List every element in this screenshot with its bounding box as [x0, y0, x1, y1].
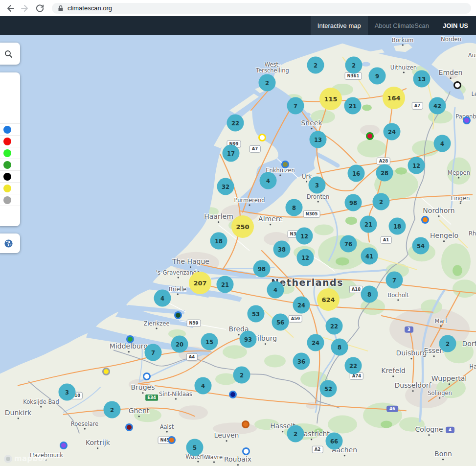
- legend-item-blue[interactable]: [0, 123, 20, 135]
- cluster-marker[interactable]: 8: [286, 199, 303, 216]
- cluster-marker[interactable]: 38: [273, 241, 291, 258]
- cluster-marker[interactable]: 32: [217, 178, 234, 195]
- point-marker[interactable]: [453, 81, 461, 89]
- nav-item-join-us[interactable]: JOIN US: [436, 16, 475, 35]
- browser-toolbar: climatescan.org: [0, 0, 476, 16]
- cluster-marker[interactable]: 54: [412, 237, 430, 255]
- cluster-marker[interactable]: 250: [231, 215, 254, 238]
- browser-back-button[interactable]: [4, 2, 17, 15]
- browser-forward-button[interactable]: [19, 2, 31, 15]
- cluster-marker[interactable]: 2: [287, 425, 304, 443]
- cluster-marker[interactable]: 207: [189, 272, 211, 294]
- point-marker[interactable]: [174, 311, 182, 319]
- basemap-toggle-panel[interactable]: [0, 233, 20, 253]
- legend-item-bright-green[interactable]: [0, 147, 20, 159]
- cluster-marker[interactable]: 5: [186, 439, 204, 456]
- cluster-marker[interactable]: 16: [348, 165, 365, 182]
- cluster-marker[interactable]: 13: [310, 131, 327, 148]
- cluster-marker[interactable]: 2: [373, 193, 390, 210]
- cluster-marker[interactable]: 98: [253, 260, 271, 278]
- cluster-marker[interactable]: 2: [307, 57, 324, 74]
- browser-reload-button[interactable]: [33, 2, 46, 15]
- cluster-marker[interactable]: 115: [319, 88, 342, 110]
- cluster-marker[interactable]: 12: [297, 249, 314, 266]
- cluster-marker[interactable]: 3: [309, 177, 326, 194]
- nav-item-interactive-map[interactable]: Interactive map: [311, 16, 368, 35]
- point-marker[interactable]: [126, 335, 134, 343]
- cluster-marker[interactable]: 4: [260, 172, 277, 189]
- cluster-marker[interactable]: 164: [383, 87, 405, 109]
- cluster-marker[interactable]: 76: [340, 235, 357, 253]
- legend-item-black[interactable]: [0, 170, 20, 182]
- cluster-marker[interactable]: 624: [317, 288, 340, 311]
- cluster-marker[interactable]: 17: [223, 145, 240, 162]
- cluster-marker[interactable]: 9: [369, 68, 386, 85]
- point-marker[interactable]: [229, 391, 237, 398]
- cluster-marker[interactable]: 18: [389, 218, 406, 235]
- cluster-marker[interactable]: 21: [217, 276, 234, 293]
- cluster-marker[interactable]: 3: [59, 384, 76, 401]
- cluster-marker[interactable]: 22: [227, 115, 244, 132]
- cluster-marker[interactable]: 7: [287, 97, 304, 115]
- cluster-marker[interactable]: 7: [145, 344, 162, 361]
- cluster-marker[interactable]: 4: [195, 377, 212, 395]
- cluster-marker[interactable]: 12: [408, 157, 425, 174]
- cluster-marker[interactable]: 2: [345, 57, 363, 74]
- point-marker[interactable]: [242, 420, 249, 428]
- cluster-marker[interactable]: 15: [201, 333, 218, 350]
- cluster-marker[interactable]: 21: [360, 216, 377, 233]
- cluster-marker[interactable]: 21: [344, 97, 362, 115]
- cluster-marker[interactable]: 2: [259, 74, 276, 92]
- legend-item-red[interactable]: [0, 135, 20, 147]
- nav-item-about-climatescan[interactable]: About ClimateScan: [368, 16, 436, 35]
- cluster-marker[interactable]: 98: [345, 194, 362, 211]
- cluster-marker[interactable]: 7: [386, 272, 403, 289]
- point-marker[interactable]: [242, 447, 250, 455]
- point-marker[interactable]: [125, 423, 133, 431]
- point-marker[interactable]: [258, 134, 266, 141]
- point-marker[interactable]: [143, 373, 151, 380]
- cluster-marker[interactable]: 4: [154, 290, 171, 307]
- point-marker[interactable]: [281, 161, 289, 168]
- cluster-marker[interactable]: 8: [331, 339, 348, 356]
- cluster-marker[interactable]: 2: [104, 401, 121, 419]
- cluster-marker[interactable]: 52: [320, 380, 337, 397]
- legend-item-gray[interactable]: [0, 194, 20, 206]
- cluster-marker[interactable]: 41: [361, 248, 378, 265]
- cluster-marker[interactable]: 22: [326, 318, 343, 335]
- cluster-marker[interactable]: 28: [376, 164, 393, 182]
- cluster-marker[interactable]: 56: [272, 314, 289, 331]
- bright-green-dot-icon: [3, 149, 11, 157]
- point-marker[interactable]: [168, 436, 176, 444]
- cluster-marker[interactable]: 24: [384, 123, 401, 140]
- point-marker[interactable]: [421, 216, 429, 224]
- point-marker[interactable]: [102, 368, 110, 375]
- cluster-marker[interactable]: 66: [326, 433, 343, 450]
- cluster-marker[interactable]: 8: [361, 286, 378, 303]
- search-panel[interactable]: [0, 43, 20, 65]
- point-marker[interactable]: [463, 116, 471, 124]
- cluster-marker[interactable]: 2: [439, 335, 456, 352]
- cluster-marker[interactable]: 42: [429, 97, 446, 115]
- cluster-marker[interactable]: 24: [307, 334, 324, 351]
- point-marker[interactable]: [60, 442, 68, 449]
- cluster-marker[interactable]: 12: [296, 228, 313, 245]
- point-marker[interactable]: [366, 132, 374, 140]
- black-dot-icon: [3, 173, 11, 181]
- cluster-marker[interactable]: 53: [248, 305, 265, 323]
- mapbox-attribution[interactable]: mapbox: [4, 454, 48, 463]
- cluster-marker[interactable]: 4: [434, 135, 451, 152]
- cluster-marker[interactable]: 18: [210, 233, 227, 250]
- legend-item-green[interactable]: [0, 159, 20, 170]
- legend-item-yellow[interactable]: [0, 182, 20, 194]
- map-viewport[interactable]: NetherlandsWest- TerschellingBorkumNorde…: [0, 35, 476, 466]
- cluster-marker[interactable]: 36: [293, 353, 310, 370]
- cluster-marker[interactable]: 20: [171, 336, 188, 353]
- cluster-marker[interactable]: 4: [267, 281, 284, 299]
- cluster-marker[interactable]: 22: [345, 357, 362, 374]
- cluster-marker[interactable]: 2: [233, 367, 250, 384]
- cluster-marker[interactable]: 93: [240, 331, 257, 348]
- address-bar[interactable]: climatescan.org: [52, 3, 471, 14]
- cluster-marker[interactable]: 13: [413, 70, 431, 88]
- cluster-marker[interactable]: 24: [293, 297, 310, 314]
